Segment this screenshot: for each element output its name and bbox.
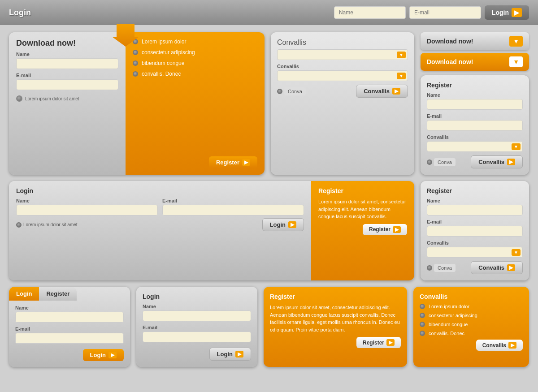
convallis-select-1[interactable]: ▼	[277, 49, 408, 60]
email-label: E-mail	[143, 325, 251, 330]
radio-dot-icon	[420, 304, 425, 309]
convallis-arrow-icon: ▶	[508, 342, 516, 349]
radio-dot-icon	[16, 222, 22, 228]
nav-login-arrow-icon: ▶	[512, 8, 522, 17]
login-email-input[interactable]	[162, 205, 304, 215]
radio-dot-icon	[133, 60, 138, 66]
name-input[interactable]	[16, 58, 118, 69]
name-input[interactable]	[427, 205, 523, 215]
convallis-title: Convallis	[420, 293, 523, 300]
login-button[interactable]: Login ▶	[209, 348, 251, 361]
tab-header: Login Register	[9, 287, 130, 301]
register-widget-right: Register Name E-mail Convallis ▼ Conva C…	[421, 75, 529, 175]
register-convallis-select[interactable]: ▼	[427, 141, 523, 152]
email-input[interactable]	[427, 226, 523, 237]
name-label: Name	[143, 304, 251, 309]
convallis-bottom-button[interactable]: Convallis ▶	[471, 155, 523, 168]
select-arrow-icon: ▼	[512, 143, 521, 150]
nav-name-input[interactable]	[334, 6, 406, 19]
right-column-top: Download now! ▼ Download now! ▼ Register…	[421, 32, 529, 175]
email-label: E-mail	[16, 73, 118, 78]
conva-text: Conva	[434, 158, 456, 166]
login-arrow-icon: ▶	[235, 351, 243, 358]
convallis-select[interactable]: ▼	[427, 247, 523, 258]
register-name-input[interactable]	[427, 99, 523, 110]
select-arrow-icon: ▼	[397, 52, 406, 58]
register-body-text: Lorem ipsum dolor sit amet, consectetur …	[270, 304, 401, 333]
two-col-fields: Name E-mail	[16, 198, 304, 215]
email-input[interactable]	[16, 79, 118, 90]
register-button[interactable]: Register ▶	[356, 337, 401, 348]
select-arrow-icon: ▼	[512, 249, 521, 256]
register-button-white[interactable]: Register ▶	[363, 224, 407, 235]
radio-dot-icon	[277, 89, 282, 94]
name-label: Name	[427, 92, 523, 98]
nav-login-title: Login	[9, 8, 31, 17]
list-item: bibendum congue	[133, 60, 257, 66]
download-form-left: Download now! Name E-mail Lorem ipsum do…	[9, 32, 126, 175]
register-bottom-row: Conva Convallis ▶	[427, 155, 523, 168]
radio-dot-icon	[427, 159, 432, 165]
login-arrow-icon: ▶	[288, 221, 296, 228]
main-content: Download now! Name E-mail Lorem ipsum do…	[0, 25, 538, 374]
orange-convallis-widget: Convallis Lorem ipsum dolor consectetur …	[413, 287, 529, 367]
login-email-input[interactable]	[143, 332, 251, 342]
login-title: Login	[143, 293, 251, 300]
download-form-widget: Download now! Name E-mail Lorem ipsum do…	[9, 32, 265, 175]
download-arrow-decoration-icon	[112, 24, 139, 47]
tab-login[interactable]: Login	[9, 287, 39, 301]
login-button[interactable]: Login ▶	[262, 218, 304, 231]
download-btn-orange[interactable]: Download now! ▼	[421, 53, 529, 71]
email-label: E-mail	[15, 326, 124, 332]
convallis-button[interactable]: Convallis ▶	[476, 340, 523, 351]
convallis-arrow-icon: ▶	[507, 159, 515, 165]
tab-name-input[interactable]	[15, 312, 124, 323]
conva-text: Conva	[434, 264, 456, 272]
orange-register-widget: Register Lorem ipsum dolor sit amet, con…	[264, 287, 407, 367]
convallis-title: Convallis	[277, 39, 408, 47]
nav-email-input[interactable]	[409, 6, 481, 19]
radio-dot-icon	[133, 71, 138, 77]
name-label: Name	[15, 305, 124, 310]
convallis-button[interactable]: Convallis ▶	[356, 85, 408, 98]
convallis-select-2[interactable]: ▼	[277, 70, 408, 81]
convallis-button[interactable]: Convallis ▶	[471, 261, 523, 274]
name-label: Name	[427, 198, 523, 203]
login-title: Login	[16, 187, 304, 194]
radio-icon	[16, 95, 22, 102]
login-arrow-icon: ▶	[108, 352, 117, 358]
login-name-input[interactable]	[143, 310, 251, 321]
register-title: Register	[427, 82, 523, 89]
convallis-label: Convallis	[427, 134, 523, 140]
register-convallis-widget: Register Name E-mail Convallis ▼ Conva C…	[421, 181, 529, 280]
conva-text: Conva	[284, 87, 306, 95]
login-name-input[interactable]	[16, 205, 158, 215]
register-section-orange: Register Lorem ipsum dolor sit amet, con…	[311, 181, 414, 280]
tab-login-button[interactable]: Login ▶	[83, 349, 124, 361]
tab-email-input[interactable]	[15, 333, 124, 344]
register-arrow-icon: ▶	[393, 226, 401, 233]
register-email-input[interactable]	[427, 120, 523, 131]
register-arrow-icon: ▶	[242, 159, 250, 166]
name-label: Name	[16, 52, 118, 57]
convallis-dropdown-widget: Convallis ▼ Convallis ▼ Conva Convallis …	[271, 32, 414, 175]
footer-text: Lorem ipsum dolor sit amet	[25, 96, 79, 101]
name-label: Name	[16, 198, 158, 203]
nav-login-button[interactable]: Login ▶	[485, 5, 529, 20]
tabbed-login-widget: Login Register Name E-mail Login ▶	[9, 287, 130, 367]
register-body-text: Lorem ipsum dolor sit amet, consectetur …	[318, 198, 407, 220]
radio-dot-icon	[420, 322, 425, 327]
download-title: Download now!	[16, 39, 118, 48]
download-btn-orange-label: Download now!	[427, 58, 473, 65]
download-btn-gray[interactable]: Download now! ▼	[421, 32, 529, 50]
tab-body: Name E-mail Login ▶	[9, 301, 130, 366]
convallis-bottom-row: Conva Convallis ▶	[277, 85, 408, 98]
svg-marker-0	[112, 24, 139, 47]
list-item: convallis. Donec	[133, 71, 257, 77]
convallis-label: Convallis	[427, 240, 523, 246]
email-label: E-mail	[427, 219, 523, 224]
register-title: Register	[427, 187, 523, 194]
tab-register[interactable]: Register	[39, 287, 77, 301]
list-item: Lorem ipsum dolor	[133, 39, 257, 45]
register-button[interactable]: Register ▶	[209, 156, 257, 168]
